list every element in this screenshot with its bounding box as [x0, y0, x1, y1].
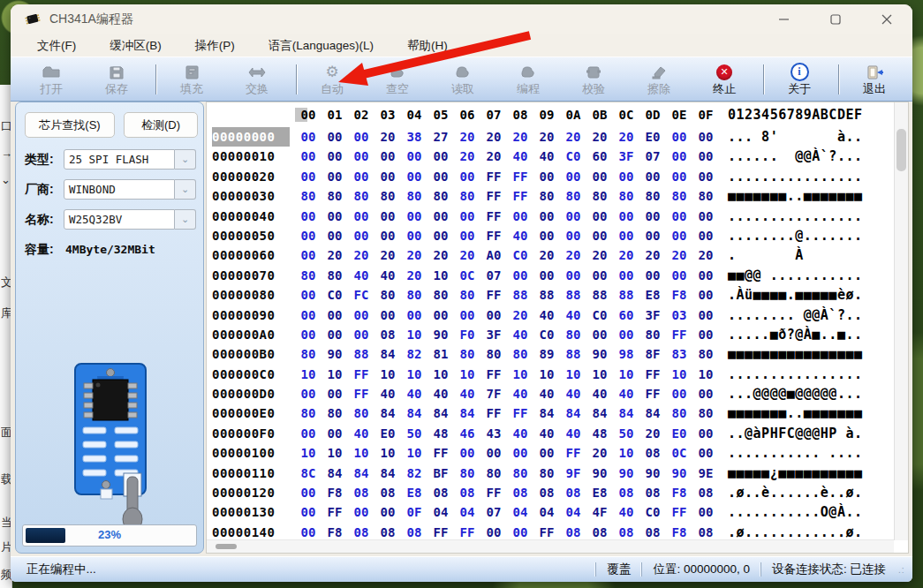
- hex-byte[interactable]: F0: [454, 325, 480, 344]
- hex-byte[interactable]: 10: [427, 365, 454, 384]
- hex-byte[interactable]: 80: [348, 186, 374, 206]
- menu-item-4[interactable]: 帮助(H): [397, 36, 458, 56]
- hex-byte[interactable]: 00: [348, 127, 374, 147]
- hex-byte[interactable]: 90: [586, 464, 613, 483]
- hex-byte[interactable]: 80: [613, 186, 639, 206]
- hex-byte[interactable]: 08: [613, 483, 639, 502]
- fill-button[interactable]: 填充: [163, 64, 220, 95]
- hex-byte[interactable]: 46: [454, 424, 480, 443]
- hex-byte[interactable]: 00: [322, 226, 348, 245]
- hex-byte[interactable]: 40: [401, 384, 427, 403]
- hex-byte[interactable]: C0: [507, 245, 533, 265]
- hex-byte[interactable]: 80: [692, 344, 719, 364]
- hex-byte[interactable]: FF: [666, 325, 692, 344]
- hex-byte[interactable]: 20: [666, 245, 692, 265]
- hex-byte[interactable]: 00: [348, 502, 374, 522]
- hex-byte[interactable]: 00: [374, 147, 401, 166]
- hex-byte[interactable]: 20: [639, 424, 666, 443]
- hex-byte[interactable]: 00: [639, 207, 666, 226]
- hex-byte[interactable]: FF: [348, 365, 374, 384]
- hex-byte[interactable]: E8: [401, 483, 427, 502]
- hex-byte[interactable]: F8: [666, 483, 692, 502]
- hex-byte[interactable]: 00: [374, 305, 401, 325]
- save-button[interactable]: 保存: [88, 64, 145, 95]
- hex-byte[interactable]: 00: [348, 305, 374, 325]
- hex-byte[interactable]: 90: [427, 325, 454, 344]
- hex-byte[interactable]: 00: [454, 305, 480, 325]
- hex-byte[interactable]: 10: [401, 365, 427, 384]
- hex-byte[interactable]: 00: [295, 305, 322, 325]
- hex-byte[interactable]: 00: [480, 443, 507, 463]
- hex-byte[interactable]: 00: [427, 207, 454, 226]
- hex-byte[interactable]: 20: [480, 127, 507, 147]
- hex-byte[interactable]: 10: [322, 443, 348, 463]
- hex-byte[interactable]: 00: [533, 443, 560, 463]
- hex-byte[interactable]: 20: [454, 147, 480, 166]
- hex-byte[interactable]: FF: [560, 443, 586, 463]
- hex-byte[interactable]: 80: [401, 186, 427, 206]
- hex-byte[interactable]: 4F: [586, 502, 613, 522]
- hex-byte[interactable]: 00: [666, 226, 692, 245]
- hex-byte[interactable]: 00: [560, 207, 586, 226]
- hex-byte[interactable]: 8C: [295, 464, 322, 483]
- hex-byte[interactable]: 80: [480, 464, 507, 483]
- hex-byte[interactable]: FF: [427, 443, 454, 463]
- chip-name-select[interactable]: W25Q32BV: [64, 209, 175, 230]
- hex-byte[interactable]: C0: [322, 285, 348, 305]
- hex-byte[interactable]: FF: [666, 502, 692, 522]
- chevron-down-icon[interactable]: ⌄: [175, 149, 196, 170]
- hex-byte[interactable]: 27: [427, 127, 454, 147]
- hex-byte[interactable]: 00: [507, 266, 533, 285]
- hex-byte[interactable]: 80: [454, 464, 480, 483]
- hex-byte[interactable]: 08: [533, 483, 560, 502]
- hex-byte[interactable]: 84: [401, 403, 427, 423]
- chip-vendor-select[interactable]: WINBOND: [64, 179, 175, 200]
- hex-byte[interactable]: 00: [295, 207, 322, 226]
- hex-byte[interactable]: 80: [322, 186, 348, 206]
- hex-byte[interactable]: 00: [560, 167, 586, 186]
- hex-byte[interactable]: 00: [480, 305, 507, 325]
- hex-byte[interactable]: 00: [692, 207, 719, 226]
- hex-byte[interactable]: 00: [666, 384, 692, 403]
- hex-byte[interactable]: 80: [507, 464, 533, 483]
- hex-byte[interactable]: FF: [322, 502, 348, 522]
- hex-byte[interactable]: 40: [613, 502, 639, 522]
- hex-byte[interactable]: 80: [295, 344, 322, 364]
- hex-byte[interactable]: 00: [586, 226, 613, 245]
- hex-byte[interactable]: 04: [427, 502, 454, 522]
- hex-byte[interactable]: FF: [480, 483, 507, 502]
- hex-byte[interactable]: 00: [507, 443, 533, 463]
- hex-byte[interactable]: 00: [348, 167, 374, 186]
- hex-byte[interactable]: 80: [454, 186, 480, 206]
- about-button[interactable]: i 关于: [771, 64, 828, 95]
- hex-byte[interactable]: 00: [427, 167, 454, 186]
- hex-byte[interactable]: 04: [560, 502, 586, 522]
- hex-byte[interactable]: FF: [507, 167, 533, 186]
- hex-byte[interactable]: F8: [322, 483, 348, 502]
- hex-byte[interactable]: 40: [507, 384, 533, 403]
- menu-item-1[interactable]: 缓冲区(B): [99, 36, 172, 56]
- hex-byte[interactable]: 40: [427, 384, 454, 403]
- blank-check-button[interactable]: 查空: [369, 64, 426, 95]
- hex-byte[interactable]: 10: [401, 325, 427, 344]
- hex-byte[interactable]: 7F: [480, 384, 507, 403]
- hex-byte[interactable]: 80: [454, 285, 480, 305]
- hex-byte[interactable]: 00: [374, 226, 401, 245]
- hex-byte[interactable]: FF: [480, 403, 507, 423]
- hex-byte[interactable]: 10: [454, 365, 480, 384]
- chevron-down-icon[interactable]: ⌄: [175, 179, 196, 200]
- hex-byte[interactable]: 00: [586, 325, 613, 344]
- hex-byte[interactable]: 00: [348, 226, 374, 245]
- hex-byte[interactable]: 40: [507, 226, 533, 245]
- hex-byte[interactable]: 48: [586, 424, 613, 443]
- hex-byte[interactable]: 00: [401, 207, 427, 226]
- hex-byte[interactable]: 00: [322, 305, 348, 325]
- hex-byte[interactable]: 08: [348, 483, 374, 502]
- hex-byte[interactable]: 48: [427, 424, 454, 443]
- hex-byte[interactable]: 03: [666, 305, 692, 325]
- chevron-down-icon[interactable]: ⌄: [175, 209, 196, 230]
- hex-byte[interactable]: 10: [666, 365, 692, 384]
- hex-byte[interactable]: BF: [427, 464, 454, 483]
- hex-byte[interactable]: 08: [507, 483, 533, 502]
- hex-byte[interactable]: 20: [507, 305, 533, 325]
